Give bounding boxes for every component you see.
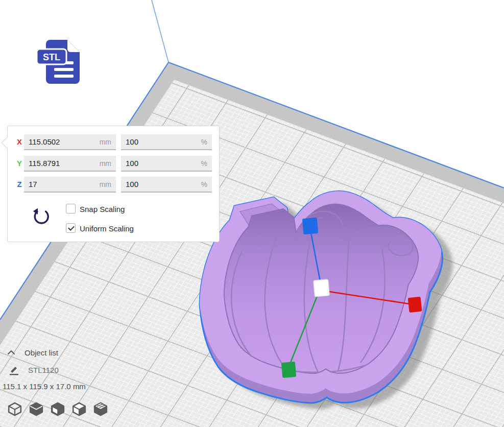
x-scale-handle[interactable] — [408, 297, 422, 313]
build-volume-vertical-edge — [152, 0, 169, 62]
modify-settings-overlaps-icon[interactable] — [50, 401, 65, 417]
z-axis-label: Z — [14, 180, 25, 188]
mesh-type-toolbar — [7, 401, 108, 417]
dont-support-overlaps-icon[interactable] — [71, 401, 87, 417]
snap-scaling-checkbox[interactable] — [66, 204, 76, 214]
print-as-support-icon[interactable] — [29, 401, 44, 417]
doc-line-3 — [54, 75, 74, 78]
z-percent-field[interactable]: 100 % — [121, 177, 212, 193]
uniform-scaling-label: Uniform Scaling — [80, 224, 134, 233]
scale-row-y: Y 115.8791 mm 100 % — [8, 156, 219, 172]
chevron-up-icon — [7, 349, 15, 355]
y-axis-label: Y — [14, 159, 25, 168]
pencil-icon — [8, 364, 19, 376]
snap-scaling-label: Snap Scaling — [80, 205, 125, 214]
doc-line-2 — [54, 68, 74, 71]
y-size-field[interactable]: 115.8791 mm — [24, 156, 116, 172]
y-percent-field[interactable]: 100 % — [121, 156, 212, 172]
slicer-viewport: STL X 115.0502 mm 100 % Y 115.8791 mm 10… — [0, 0, 504, 427]
stl-badge-label: STL — [43, 52, 60, 62]
scale-row-z: Z 17 mm 100 % — [8, 177, 219, 193]
x-axis-label: X — [14, 137, 25, 146]
y-scale-handle[interactable] — [281, 362, 297, 378]
scale-row-x: X 115.0502 mm 100 % — [8, 134, 219, 150]
object-file-name: STL1120 — [28, 366, 59, 374]
object-list-title: Object list — [25, 348, 58, 357]
center-scale-handle[interactable] — [314, 279, 330, 297]
infill-mesh-only-icon[interactable] — [93, 401, 108, 417]
z-scale-handle[interactable] — [302, 218, 319, 234]
scale-tool-panel: X 115.0502 mm 100 % Y 115.8791 mm 100 % … — [7, 126, 220, 242]
stl-file-icon[interactable]: STL — [35, 36, 86, 88]
folded-corner — [67, 40, 80, 52]
object-dimensions: 115.1 x 115.9 x 17.0 mm — [3, 382, 86, 391]
x-size-field[interactable]: 115.0502 mm — [24, 134, 116, 150]
normal-model-icon[interactable] — [7, 401, 22, 417]
x-percent-field[interactable]: 100 % — [121, 134, 212, 150]
z-size-field[interactable]: 17 mm — [24, 177, 116, 193]
uniform-scaling-checkbox[interactable] — [66, 223, 76, 233]
reset-scale-button[interactable] — [32, 207, 51, 226]
